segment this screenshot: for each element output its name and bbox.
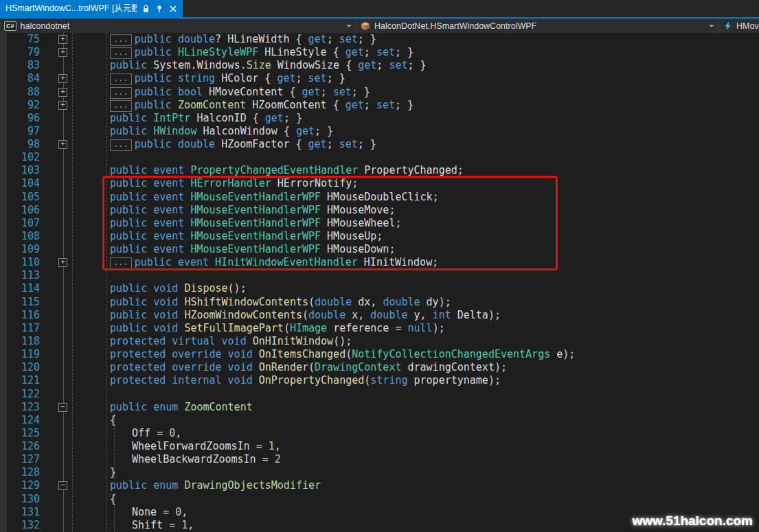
code-line[interactable]: 118protected virtual void OnHInitWindow(… bbox=[0, 335, 759, 348]
code-text[interactable]: ...public HLineStyleWPF HLineStyle { get… bbox=[110, 46, 414, 59]
collapsed-region-box[interactable]: ... bbox=[110, 73, 132, 85]
code-line[interactable]: 92+...public ZoomContent HZoomContent { … bbox=[0, 99, 759, 112]
collapse-region-icon[interactable]: − bbox=[58, 403, 67, 412]
pin-icon[interactable] bbox=[155, 4, 163, 13]
code-text[interactable]: ...public double? HLineWidth { get; set;… bbox=[110, 33, 376, 46]
code-line[interactable]: 124{ bbox=[0, 414, 759, 427]
line-number: 130 bbox=[0, 493, 40, 506]
expand-region-icon[interactable]: + bbox=[58, 35, 67, 44]
expand-region-icon[interactable]: + bbox=[58, 140, 67, 149]
code-text[interactable]: protected override void OnItemsChanged(N… bbox=[110, 348, 575, 361]
member-name: HMove bbox=[736, 21, 759, 31]
expand-region-icon[interactable]: + bbox=[58, 48, 67, 57]
expand-region-icon[interactable]: + bbox=[58, 74, 67, 83]
code-line[interactable]: 114public void Dispose(); bbox=[0, 282, 759, 295]
code-text[interactable]: public event HMouseEventHandlerWPF HMous… bbox=[110, 204, 395, 217]
code-text[interactable]: ...public ZoomContent HZoomContent { get… bbox=[110, 99, 414, 112]
code-line[interactable]: 126WheelForwardZoomsIn = 1, bbox=[0, 440, 759, 453]
code-line[interactable]: 104public event HErrorHandler HErrorNoti… bbox=[0, 177, 759, 190]
code-text[interactable]: public event HMouseEventHandlerWPF HMous… bbox=[110, 230, 383, 243]
code-line[interactable]: 102 bbox=[0, 151, 759, 164]
close-icon[interactable] bbox=[169, 4, 177, 13]
project-dropdown[interactable]: C# halcondotnet bbox=[0, 19, 356, 33]
code-text[interactable]: { bbox=[110, 414, 116, 427]
code-line[interactable]: 123−public enum ZoomContent bbox=[0, 401, 759, 414]
code-text[interactable]: public void HShiftWindowContents(double … bbox=[110, 296, 451, 309]
code-text[interactable]: protected internal void OnPropertyChange… bbox=[110, 374, 501, 387]
code-text[interactable]: protected virtual void OnHInitWindow(); bbox=[110, 335, 352, 348]
code-line[interactable]: 128} bbox=[0, 466, 759, 479]
code-text[interactable]: public IntPtr HalconID { get; } bbox=[110, 112, 302, 125]
code-text[interactable]: public void SetFullImagePart(HImage refe… bbox=[110, 322, 445, 335]
code-line[interactable]: 113 bbox=[0, 269, 759, 282]
code-line[interactable]: 84+...public string HColor { get; set; } bbox=[0, 72, 759, 85]
code-line[interactable]: 75+...public double? HLineWidth { get; s… bbox=[0, 33, 759, 46]
code-text[interactable]: protected override void OnRender(Drawing… bbox=[110, 361, 507, 374]
code-line[interactable]: 122 bbox=[0, 388, 759, 401]
code-line[interactable]: 83public System.Windows.Size WindowSize … bbox=[0, 59, 759, 72]
document-tab[interactable]: HSmartWindowC...trolWPF [从元数据] bbox=[0, 0, 183, 17]
code-line[interactable]: 103public event PropertyChangedEventHand… bbox=[0, 164, 759, 177]
expand-region-icon[interactable]: + bbox=[58, 88, 67, 97]
code-line[interactable]: 107public event HMouseEventHandlerWPF HM… bbox=[0, 217, 759, 230]
collapsed-region-box[interactable]: ... bbox=[110, 34, 132, 46]
code-line[interactable]: 120protected override void OnRender(Draw… bbox=[0, 361, 759, 374]
code-text[interactable]: public event HMouseEventHandlerWPF HMous… bbox=[110, 217, 401, 230]
code-text[interactable]: { bbox=[110, 493, 116, 506]
code-text[interactable]: Off = 0, bbox=[132, 427, 181, 440]
expand-region-icon[interactable]: + bbox=[58, 258, 67, 267]
code-line[interactable]: 129−public enum DrawingObjectsModifier bbox=[0, 479, 759, 492]
code-line[interactable]: 110+...public event HInitWindowEventHand… bbox=[0, 256, 759, 269]
code-line[interactable]: 88+...public bool HMoveContent { get; se… bbox=[0, 86, 759, 99]
code-line[interactable]: 121protected internal void OnPropertyCha… bbox=[0, 374, 759, 387]
code-text[interactable]: ...public event HInitWindowEventHandler … bbox=[110, 256, 438, 269]
member-dropdown[interactable]: HMove bbox=[719, 19, 759, 33]
code-text[interactable]: ...public double HZoomFactor { get; set;… bbox=[110, 138, 376, 151]
code-text[interactable]: public enum ZoomContent bbox=[110, 401, 253, 414]
code-text[interactable]: Shift = 1, bbox=[132, 519, 194, 532]
code-text[interactable]: ...public string HColor { get; set; } bbox=[110, 72, 345, 85]
line-number: 125 bbox=[0, 427, 40, 440]
code-line[interactable]: 105public event HMouseEventHandlerWPF HM… bbox=[0, 191, 759, 204]
code-line[interactable]: 109public event HMouseEventHandlerWPF HM… bbox=[0, 243, 759, 256]
lock-icon bbox=[142, 4, 150, 13]
collapsed-region-box[interactable]: ... bbox=[110, 100, 132, 112]
code-text[interactable]: public enum DrawingObjectsModifier bbox=[110, 479, 321, 492]
collapsed-region-box[interactable]: ... bbox=[110, 47, 132, 59]
code-text[interactable]: public System.Windows.Size WindowSize { … bbox=[110, 59, 427, 72]
code-line[interactable]: 125Off = 0, bbox=[0, 427, 759, 440]
code-text[interactable]: public event HMouseEventHandlerWPF HMous… bbox=[110, 191, 439, 204]
code-text[interactable]: public HWindow HalconWindow { get; } bbox=[110, 125, 333, 138]
collapsed-region-box[interactable]: ... bbox=[110, 87, 132, 99]
event-icon bbox=[723, 21, 732, 30]
code-line[interactable]: 108public event HMouseEventHandlerWPF HM… bbox=[0, 230, 759, 243]
collapsed-region-box[interactable]: ... bbox=[110, 257, 132, 269]
collapse-region-icon[interactable]: − bbox=[58, 481, 67, 490]
code-text[interactable]: public void HZoomWindowContents(double x… bbox=[110, 309, 501, 322]
line-number: 129 bbox=[0, 479, 40, 492]
code-text[interactable]: ...public bool HMoveContent { get; set; … bbox=[110, 86, 370, 99]
type-dropdown[interactable]: HalconDotNet.HSmartWindowControlWPF bbox=[356, 19, 719, 33]
code-text[interactable]: } bbox=[110, 466, 116, 479]
code-text[interactable]: public event HErrorHandler HErrorNotify; bbox=[110, 177, 358, 190]
code-line[interactable]: 119protected override void OnItemsChange… bbox=[0, 348, 759, 361]
code-line[interactable]: 115public void HShiftWindowContents(doub… bbox=[0, 296, 759, 309]
line-number: 102 bbox=[0, 151, 40, 164]
code-text[interactable]: WheelForwardZoomsIn = 1, bbox=[132, 440, 281, 453]
code-line[interactable]: 130{ bbox=[0, 493, 759, 506]
code-text[interactable]: public void Dispose(); bbox=[110, 282, 247, 295]
code-line[interactable]: 79+...public HLineStyleWPF HLineStyle { … bbox=[0, 46, 759, 59]
code-line[interactable]: 97public HWindow HalconWindow { get; } bbox=[0, 125, 759, 138]
collapsed-region-box[interactable]: ... bbox=[110, 139, 132, 151]
code-text[interactable]: WheelBackwardZoomsIn = 2 bbox=[132, 453, 281, 466]
code-text[interactable]: None = 0, bbox=[132, 506, 188, 519]
code-line[interactable]: 96public IntPtr HalconID { get; } bbox=[0, 112, 759, 125]
code-line[interactable]: 116public void HZoomWindowContents(doubl… bbox=[0, 309, 759, 322]
code-line[interactable]: 98+...public double HZoomFactor { get; s… bbox=[0, 138, 759, 151]
expand-region-icon[interactable]: + bbox=[58, 101, 67, 110]
code-line[interactable]: 106public event HMouseEventHandlerWPF HM… bbox=[0, 204, 759, 217]
code-text[interactable]: public event PropertyChangedEventHandler… bbox=[110, 164, 464, 177]
code-line[interactable]: 117public void SetFullImagePart(HImage r… bbox=[0, 322, 759, 335]
code-line[interactable]: 127WheelBackwardZoomsIn = 2 bbox=[0, 453, 759, 466]
code-text[interactable]: public event HMouseEventHandlerWPF HMous… bbox=[110, 243, 395, 256]
